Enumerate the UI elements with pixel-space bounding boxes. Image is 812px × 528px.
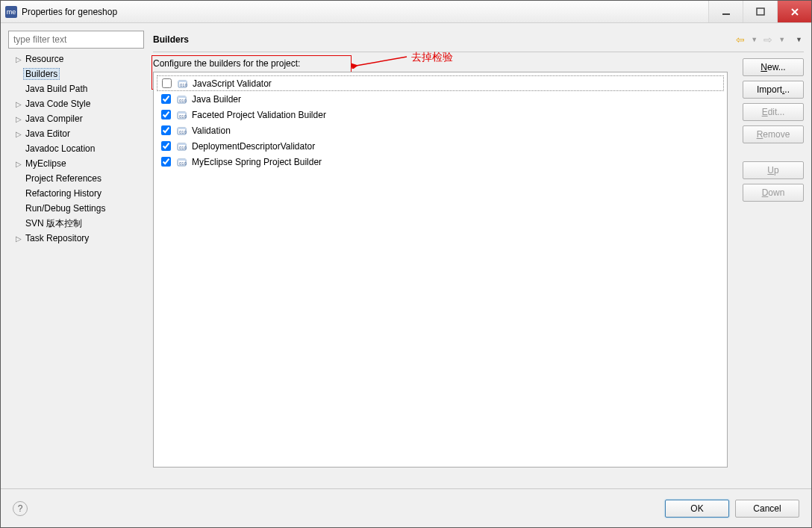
tree-item-label: SVN 版本控制 bbox=[23, 217, 84, 230]
up-button[interactable]: Up bbox=[743, 161, 804, 179]
svg-rect-19 bbox=[178, 159, 186, 161]
window-title: Properties for geneshop bbox=[22, 7, 708, 17]
svg-rect-16 bbox=[178, 143, 186, 145]
builder-checkbox[interactable] bbox=[162, 78, 172, 88]
tree-item-label: Java Code Style bbox=[23, 99, 93, 109]
properties-dialog: me Properties for geneshop ▷ResourceBuil… bbox=[0, 0, 812, 528]
svg-rect-10 bbox=[178, 112, 186, 114]
back-icon[interactable]: ⇦ bbox=[734, 34, 746, 46]
dialog-footer: ? OK Cancel bbox=[1, 488, 811, 527]
back-menu-icon[interactable]: ▼ bbox=[749, 36, 759, 43]
builder-label: MyEclipse Spring Project Builder bbox=[192, 157, 322, 167]
nav-arrows: ⇦ ▼ ⇨ ▼ ▼ bbox=[734, 34, 804, 46]
tree-item-label: Resource bbox=[23, 54, 66, 64]
tree-item[interactable]: Refactoring History bbox=[8, 186, 144, 201]
tree-item-label: MyEclipse bbox=[23, 158, 69, 169]
tree-item[interactable]: ▷Java Compiler bbox=[8, 111, 144, 126]
svg-text:010: 010 bbox=[179, 161, 187, 166]
svg-rect-7 bbox=[178, 96, 186, 98]
view-menu-icon[interactable]: ▼ bbox=[794, 36, 804, 43]
minimize-button[interactable] bbox=[708, 1, 743, 22]
builder-row[interactable]: 010Java Builder bbox=[157, 91, 724, 107]
builder-label: Validation bbox=[192, 125, 231, 136]
builders-panel: Configure the builders for the project: … bbox=[153, 58, 728, 468]
tree-item[interactable]: Javadoc Location bbox=[8, 141, 144, 156]
tree-item[interactable]: Run/Debug Settings bbox=[8, 201, 144, 216]
help-icon[interactable]: ? bbox=[13, 501, 28, 516]
filter-input[interactable] bbox=[8, 31, 144, 49]
builder-row[interactable]: 010Faceted Project Validation Builder bbox=[157, 107, 724, 122]
builder-checkbox[interactable] bbox=[161, 110, 171, 119]
svg-text:010: 010 bbox=[179, 146, 187, 150]
tree-item-label: Run/Debug Settings bbox=[23, 203, 107, 214]
svg-text:010: 010 bbox=[179, 114, 187, 119]
tree-item[interactable]: Java Build Path bbox=[8, 81, 144, 96]
expand-icon[interactable]: ▷ bbox=[14, 160, 23, 168]
annotation-text: 去掉检验 bbox=[411, 51, 453, 64]
tree-item[interactable]: Builders bbox=[8, 66, 144, 81]
app-icon: me bbox=[5, 6, 17, 18]
svg-rect-1 bbox=[757, 8, 764, 15]
builder-icon: 010 bbox=[177, 94, 189, 105]
svg-text:010: 010 bbox=[180, 83, 188, 87]
expand-icon[interactable]: ▷ bbox=[14, 235, 23, 243]
svg-text:010: 010 bbox=[179, 130, 187, 134]
tree-item-label: Refactoring History bbox=[23, 188, 104, 199]
maximize-button[interactable] bbox=[743, 1, 777, 22]
tree-item-label: Java Build Path bbox=[23, 84, 90, 94]
builder-row[interactable]: 010Validation bbox=[157, 122, 724, 138]
builder-icon: 010 bbox=[177, 125, 189, 136]
main-panel: Builders ⇦ ▼ ⇨ ▼ ▼ Configure the builder… bbox=[144, 31, 804, 481]
tree-item[interactable]: Project References bbox=[8, 171, 144, 186]
builder-row[interactable]: 010DeploymentDescriptorValidator bbox=[157, 138, 724, 154]
builder-icon: 010 bbox=[177, 141, 189, 152]
tree-item[interactable]: ▷Task Repository bbox=[8, 231, 144, 246]
tree-item[interactable]: ▷MyEclipse bbox=[8, 156, 144, 171]
svg-text:010: 010 bbox=[179, 99, 187, 103]
svg-rect-0 bbox=[722, 13, 730, 15]
builder-label: Java Builder bbox=[192, 94, 241, 105]
builder-checkbox[interactable] bbox=[161, 125, 171, 135]
close-button[interactable] bbox=[777, 1, 811, 22]
new-button[interactable]: New... bbox=[743, 58, 804, 76]
cancel-button[interactable]: Cancel bbox=[735, 500, 799, 518]
button-column: New... Import... Edit... Remove Up Down bbox=[743, 58, 804, 202]
svg-rect-4 bbox=[178, 81, 187, 82]
tree-item-label: Javadoc Location bbox=[23, 143, 97, 154]
import-button[interactable]: Import... bbox=[743, 81, 804, 99]
expand-icon[interactable]: ▷ bbox=[14, 115, 23, 123]
tree-item-label: Java Compiler bbox=[23, 114, 85, 124]
edit-button[interactable]: Edit... bbox=[743, 103, 804, 121]
builder-checkbox[interactable] bbox=[161, 157, 171, 167]
builder-label: JavaScript Validator bbox=[193, 78, 272, 89]
expand-icon[interactable]: ▷ bbox=[14, 55, 23, 63]
builder-icon: 010 bbox=[178, 78, 190, 89]
builder-icon: 010 bbox=[177, 110, 189, 120]
down-button[interactable]: Down bbox=[743, 184, 804, 202]
tree-item-label: Java Editor bbox=[23, 128, 72, 139]
ok-button[interactable]: OK bbox=[665, 500, 729, 518]
category-tree[interactable]: ▷ResourceBuildersJava Build Path▷Java Co… bbox=[8, 52, 144, 481]
sidebar: ▷ResourceBuildersJava Build Path▷Java Co… bbox=[8, 31, 144, 481]
expand-icon[interactable]: ▷ bbox=[14, 130, 23, 138]
forward-icon[interactable]: ⇨ bbox=[762, 34, 774, 46]
tree-item[interactable]: ▷Resource bbox=[8, 52, 144, 66]
builder-checkbox[interactable] bbox=[161, 94, 171, 104]
builder-row[interactable]: 010MyEclipse Spring Project Builder bbox=[157, 154, 724, 170]
builder-label: Faceted Project Validation Builder bbox=[192, 110, 326, 120]
builder-checkbox[interactable] bbox=[161, 141, 171, 151]
forward-menu-icon[interactable]: ▼ bbox=[777, 36, 787, 43]
builder-label: DeploymentDescriptorValidator bbox=[192, 141, 315, 152]
expand-icon[interactable]: ▷ bbox=[14, 100, 23, 108]
builder-icon: 010 bbox=[177, 157, 189, 167]
tree-item[interactable]: ▷Java Code Style bbox=[8, 96, 144, 111]
tree-item-label: Builders bbox=[23, 68, 60, 80]
remove-button[interactable]: Remove bbox=[743, 125, 804, 143]
tree-item[interactable]: SVN 版本控制 bbox=[8, 216, 144, 231]
tree-item-label: Task Repository bbox=[23, 233, 91, 243]
builders-list[interactable]: 010JavaScript Validator010Java Builder01… bbox=[153, 72, 728, 468]
tree-item[interactable]: ▷Java Editor bbox=[8, 126, 144, 141]
page-title: Builders bbox=[153, 34, 734, 45]
titlebar: me Properties for geneshop bbox=[1, 1, 811, 23]
builder-row[interactable]: 010JavaScript Validator bbox=[157, 75, 724, 91]
